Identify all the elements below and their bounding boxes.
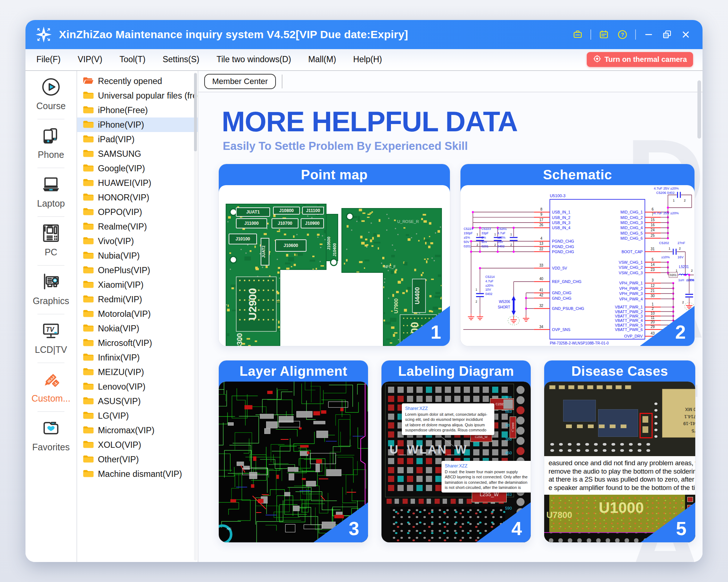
folder-item-honor-vip[interactable]: HONOR(VIP): [77, 190, 198, 205]
ball-pad: [517, 427, 525, 435]
thermal-camera-button[interactable]: Turn on thermal camera: [587, 52, 693, 67]
svg-text:VPH_PWR_2: VPH_PWR_2: [619, 286, 643, 291]
folder-item-infinix-vip[interactable]: Infinix(VIP): [77, 350, 198, 365]
tab-bar: Member Center: [198, 71, 703, 92]
folder-item-xiaomi-vip[interactable]: Xiaomi(VIP): [77, 278, 198, 292]
card-schematic: Schematic U5100-3PM-7325B-2-WLNSP108B-TR…: [460, 164, 695, 346]
minimize-button[interactable]: [643, 29, 654, 40]
cap: [559, 385, 565, 389]
sidebar-item-lcdtv[interactable]: TVLCD|TV: [35, 320, 67, 355]
pad: [388, 422, 394, 428]
folder-item-oppo-vip[interactable]: OPPO(VIP): [77, 205, 198, 219]
folder-item-label: Realme(VIP): [98, 222, 147, 232]
folder-item-xolo-vip[interactable]: XOLO(VIP): [77, 438, 198, 452]
folder-item-motorola-vip[interactable]: Motorola(VIP): [77, 307, 198, 321]
folder-item-iphone-vip[interactable]: iPhone(VIP): [77, 117, 198, 132]
folder-item-lg-vip[interactable]: LG(VIP): [77, 408, 198, 423]
app-window: XinZhiZao Maintenance inquiry system V4.…: [25, 20, 703, 562]
restore-button[interactable]: [661, 29, 673, 40]
pad: [407, 467, 413, 473]
tab-member-center[interactable]: Member Center: [204, 74, 276, 89]
menu-vip-v[interactable]: VIP(V): [78, 55, 102, 64]
schematic-image: U5100-3PM-7325B-2-WLNSP108B-TR-01-08USB_…: [460, 185, 695, 346]
menu-settins-s[interactable]: Settins(S): [163, 55, 199, 64]
svg-text:50V: 50V: [481, 240, 487, 244]
svg-text:PGND_CHG: PGND_CHG: [552, 244, 574, 248]
svg-text:2: 2: [475, 300, 477, 303]
ball-pad: [517, 416, 525, 424]
menu-help-h[interactable]: Help(H): [353, 55, 382, 64]
pad: [435, 485, 442, 491]
pad-number: 590: [505, 506, 512, 510]
vault-button[interactable]: [572, 29, 583, 40]
svg-text:TV: TV: [46, 326, 55, 334]
folder-icon: [83, 178, 94, 187]
menu-file-f[interactable]: File(F): [36, 55, 60, 64]
svg-text:REF_GND_CHG: REF_GND_CHG: [552, 279, 581, 284]
folder-item-recently-opened[interactable]: Recently opened: [77, 74, 198, 88]
sidebar-item-graphics[interactable]: Graphics: [33, 272, 69, 306]
help-button[interactable]: ?: [617, 29, 628, 40]
sidebar-item-custom[interactable]: Custom...: [32, 369, 71, 404]
main-scrollbar-thumb[interactable]: [697, 80, 701, 139]
folder-item-nokia-vip[interactable]: Nokia(VIP): [77, 321, 198, 336]
sidebar-item-course[interactable]: Course: [36, 77, 66, 111]
svg-text:VBATT_PWR_4: VBATT_PWR_4: [615, 318, 643, 323]
folder-item-lenovo-vip[interactable]: Lenovo(VIP): [77, 379, 198, 394]
menu-tool-t[interactable]: Tool(T): [119, 55, 146, 64]
folder-item-ipad-vip[interactable]: iPad(VIP): [77, 132, 198, 147]
svg-text:43: 43: [651, 331, 655, 335]
folder-icon: [83, 250, 94, 260]
sidebar-item-label: Graphics: [33, 296, 69, 306]
folder-item-micromax-vip[interactable]: Micromax(VIP): [77, 423, 198, 438]
cap: [606, 385, 612, 389]
cap: [568, 385, 574, 389]
folder-item-redmi-vip[interactable]: Redmi(VIP): [77, 292, 198, 307]
calendar-button[interactable]: [598, 29, 610, 40]
folder-item-realme-vip[interactable]: Realme(VIP): [77, 219, 198, 234]
folder-item-machine-dismant-vip[interactable]: Machine dismant(VIP): [77, 467, 198, 481]
svg-text:33pF: 33pF: [481, 231, 488, 235]
folder-item-label: XOLO(VIP): [98, 440, 141, 450]
sidebar-item-phone[interactable]: Phone: [38, 125, 64, 160]
close-button[interactable]: [680, 29, 692, 40]
folder-item-label: Microsoft(VIP): [98, 338, 152, 348]
folder-item-samsung[interactable]: SAMSUNG: [77, 147, 198, 161]
folder-icon: [83, 90, 94, 100]
svg-text:0201: 0201: [481, 244, 488, 248]
main-scrollbar: [697, 74, 701, 503]
solder-dot-column: [652, 400, 660, 441]
sidebar-item-pc[interactable]: PC: [41, 223, 61, 258]
main-body: DATA MORE HELPFUL DATA Easily To Settle …: [198, 93, 703, 562]
folder-item-nubia-vip[interactable]: Nubia(VIP): [77, 248, 198, 263]
menu-tile-two-windows-d[interactable]: Tile two windows(D): [217, 55, 291, 64]
folder-item-oneplus-vip[interactable]: OnePlus(VIP): [77, 263, 198, 278]
pad: [416, 387, 423, 393]
folder-item-label: Xiaomi(VIP): [98, 280, 143, 290]
phones-icon: [41, 125, 61, 146]
folder-item-label: Nokia(VIP): [98, 324, 139, 334]
folder-item-iphone-free[interactable]: iPhone(Free): [77, 103, 198, 117]
svg-text:13: 13: [539, 242, 543, 246]
svg-text:150pF: 150pF: [464, 231, 473, 235]
folder-item-universal-popular-files-free[interactable]: Universal popular files (free: [77, 88, 198, 103]
sidebar-item-favorites[interactable]: Favorites: [32, 418, 70, 453]
sidebar-item-laptop[interactable]: Laptop: [37, 174, 65, 209]
chip-marking: SKY55B241-19679714.12050 MX: [662, 389, 695, 437]
folder-item-google-vip[interactable]: Google(VIP): [77, 161, 198, 176]
svg-text:MID_CHG_3: MID_CHG_3: [621, 220, 643, 225]
svg-text:1: 1: [476, 233, 478, 236]
folder-scrollbar-thumb[interactable]: [194, 73, 197, 151]
folder-item-other-vip[interactable]: Other(VIP): [77, 452, 198, 467]
folder-item-asus-vip[interactable]: ASUS(VIP): [77, 394, 198, 408]
pad: [388, 485, 394, 491]
menu-mall-m[interactable]: Mall(M): [308, 55, 336, 64]
folder-item-vivo-vip[interactable]: Vivo(VIP): [77, 234, 198, 248]
folder-icon: [83, 265, 94, 275]
folder-item-meizu-vip[interactable]: MEIZU(VIP): [77, 365, 198, 379]
page-title: MORE HELPFUL DATA: [222, 105, 518, 138]
folder-item-huawei-vip[interactable]: HUAWEI(VIP): [77, 176, 198, 190]
svg-text:±20%: ±20%: [485, 283, 493, 287]
folder-item-microsoft-vip[interactable]: Microsoft(VIP): [77, 336, 198, 350]
svg-text:2: 2: [691, 269, 693, 272]
